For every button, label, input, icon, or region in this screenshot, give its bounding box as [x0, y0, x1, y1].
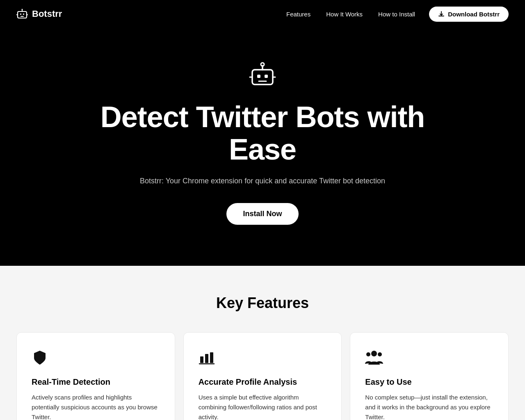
hero-title: Detect Twitter Bots with Ease [78, 101, 447, 166]
svg-rect-2 [23, 14, 24, 15]
download-botstrr-button[interactable]: Download Botstrr [429, 7, 509, 22]
features-section: Key Features Real-Time Detection Activel… [0, 266, 525, 420]
svg-rect-1 [20, 14, 21, 15]
users-icon [365, 349, 493, 369]
svg-rect-6 [265, 75, 268, 78]
shield-icon [32, 349, 160, 369]
feature-card-easy-title: Easy to Use [365, 377, 493, 387]
svg-rect-9 [205, 354, 208, 363]
navbar: Botstrr Features How It Works How to Ins… [0, 0, 525, 28]
feature-card-easy-desc: No complex setup—just install the extens… [365, 393, 493, 420]
nav-link-how-to-install[interactable]: How to Install [372, 7, 422, 21]
hero-section: Detect Twitter Bots with Ease Botstrr: Y… [0, 28, 525, 266]
chart-icon [199, 349, 327, 369]
svg-rect-8 [200, 356, 203, 363]
feature-card-realtime: Real-Time Detection Actively scans profi… [16, 332, 175, 420]
feature-card-analysis-title: Accurate Profile Analysis [199, 377, 327, 387]
nav-links: Features How It Works How to Install Dow… [280, 7, 509, 22]
download-icon [438, 11, 445, 17]
svg-rect-4 [252, 70, 273, 84]
nav-logo-text: Botstrr [32, 9, 62, 19]
nav-link-how-it-works[interactable]: How It Works [320, 7, 369, 21]
hero-subtitle: Botstrr: Your Chrome extension for quick… [140, 176, 385, 187]
features-title: Key Features [16, 294, 509, 312]
nav-link-features[interactable]: Features [280, 7, 317, 21]
svg-rect-5 [257, 75, 260, 78]
feature-card-realtime-title: Real-Time Detection [32, 377, 160, 387]
svg-point-3 [22, 9, 23, 10]
feature-card-analysis: Accurate Profile Analysis Uses a simple … [183, 332, 342, 420]
svg-rect-10 [210, 352, 213, 363]
feature-card-analysis-desc: Uses a simple but effective algorithm co… [199, 393, 327, 420]
svg-point-11 [371, 351, 377, 356]
feature-card-realtime-desc: Actively scans profiles and highlights p… [32, 393, 160, 420]
nav-logo[interactable]: Botstrr [16, 8, 62, 20]
logo-icon [16, 8, 28, 20]
svg-point-12 [366, 352, 370, 356]
install-now-button[interactable]: Install Now [226, 203, 298, 225]
svg-point-7 [261, 63, 264, 66]
features-grid: Real-Time Detection Actively scans profi… [16, 332, 509, 420]
svg-rect-0 [18, 11, 27, 18]
svg-point-13 [378, 352, 382, 356]
hero-robot-icon [248, 61, 277, 91]
feature-card-easy: Easy to Use No complex setup—just instal… [350, 332, 509, 420]
